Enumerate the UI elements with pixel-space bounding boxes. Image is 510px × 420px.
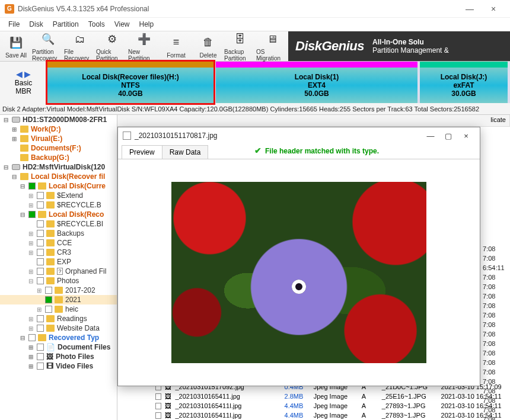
checkbox[interactable]	[37, 268, 44, 275]
expand-icon[interactable]: ⊟	[19, 183, 26, 190]
checkbox[interactable]	[28, 182, 36, 190]
expand-icon[interactable]: ⊞	[27, 268, 34, 275]
tb-file-recovery[interactable]: 🗂File Recovery	[64, 31, 96, 62]
tree-item[interactable]: ⊞$Extend	[0, 191, 117, 200]
file-row[interactable]: 🖼_20210310165411.jpg2.8MBJpeg ImageA_25E…	[153, 392, 510, 401]
tree-item[interactable]: ⊟Recovered Typ	[0, 333, 117, 342]
checkbox[interactable]	[28, 211, 36, 218]
expand-icon[interactable]: ⊞	[27, 325, 34, 332]
checkbox[interactable]	[37, 249, 44, 256]
file-row[interactable]: 🖼_20210310165411l.jpg4.4MBJpeg ImageA_27…	[153, 411, 510, 420]
checkbox[interactable]	[37, 230, 44, 237]
tree-item[interactable]: ⊞Backups	[0, 229, 117, 238]
tree-item[interactable]: ⊞heic	[0, 304, 117, 314]
tree-item[interactable]: ⊟Photos	[0, 276, 117, 286]
folder-tree[interactable]: ⊟HD1:ST2000DM008-2FR1⊞Work(D:)⊞Virual(E:…	[0, 115, 117, 420]
tab-raw-data[interactable]: Raw Data	[162, 145, 209, 159]
tree-item[interactable]: ⊞Website Data	[0, 323, 117, 333]
tree-item[interactable]: ⊞Work(D:)	[0, 124, 117, 134]
checkbox[interactable]	[37, 239, 44, 246]
menu-view[interactable]: View	[111, 19, 133, 30]
checkbox[interactable]	[37, 363, 44, 370]
checkbox[interactable]	[155, 403, 161, 409]
checkbox[interactable]	[37, 325, 44, 332]
expand-icon[interactable]: ⊞	[27, 240, 34, 246]
menu-tools[interactable]: Tools	[85, 19, 109, 30]
tb-partition-recovery[interactable]: 🔍Partition Recovery	[32, 31, 64, 62]
col-duplicate[interactable]: licate	[487, 115, 510, 126]
menu-partition[interactable]: Partition	[49, 19, 82, 30]
preview-close[interactable]: ×	[457, 132, 475, 140]
checkbox[interactable]	[155, 393, 161, 400]
expand-icon[interactable]: ⊞	[27, 202, 34, 209]
tree-item[interactable]: Backup(G:)	[0, 153, 117, 162]
tree-item[interactable]: ⊞$RECYCLE.B	[0, 200, 117, 210]
expand-icon[interactable]: ⊟	[19, 211, 26, 218]
tb-delete[interactable]: 🗑Delete	[192, 34, 224, 59]
expand-icon[interactable]: ⊞	[27, 249, 34, 256]
expand-icon[interactable]: ⊟	[19, 335, 26, 341]
tree-item[interactable]: $RECYCLE.BI	[0, 219, 117, 229]
preview-minimize[interactable]: —	[422, 132, 439, 140]
tree-item[interactable]: ⊟Local Disk(Curre	[0, 181, 117, 191]
window-close[interactable]: ×	[482, 4, 505, 14]
tree-item[interactable]: ⊞?Orphaned Fil	[0, 267, 117, 276]
partition-j[interactable]: Local Disk(J:) exFAT 30.0GB	[420, 62, 508, 103]
expand-icon[interactable]: ⊞	[27, 354, 34, 360]
tree-item[interactable]: ⊞🎞Video Files	[0, 361, 117, 371]
checkbox[interactable]	[155, 412, 161, 419]
expand-icon[interactable]: ⊞	[27, 316, 34, 322]
checkbox[interactable]	[37, 192, 44, 199]
preview-maximize[interactable]: ▢	[439, 132, 457, 140]
expand-icon[interactable]: ⊟	[2, 164, 9, 171]
menu-disk[interactable]: Disk	[26, 19, 46, 30]
checkbox[interactable]	[37, 344, 44, 351]
expand-icon[interactable]: ⊟	[2, 117, 9, 123]
expand-icon[interactable]: ⊞	[36, 287, 43, 294]
tree-item[interactable]: Documents(F:)	[0, 143, 117, 153]
tree-item[interactable]: ⊞CR3	[0, 248, 117, 257]
window-minimize[interactable]: —	[458, 4, 482, 14]
tree-item[interactable]: ⊟Local Disk(Recover fil	[0, 172, 117, 181]
tree-item[interactable]: ⊞Readings	[0, 314, 117, 323]
tb-save-all[interactable]: 💾Save All	[0, 34, 32, 59]
disk-nav-arrows[interactable]: ◀ ▶	[16, 69, 31, 79]
tb-os-migration[interactable]: 🖥OS Migration	[256, 31, 288, 62]
menu-file[interactable]: File	[5, 19, 23, 30]
tree-item[interactable]: ⊟HD2:MsftVirtualDisk(120	[0, 162, 117, 172]
tree-item[interactable]: ⊞CCE	[0, 238, 117, 248]
partition-1[interactable]: Local Disk(1) EXT4 50.0GB	[216, 62, 417, 103]
expand-icon[interactable]: ⊞	[27, 193, 34, 199]
expand-icon[interactable]: ⊞	[36, 306, 43, 313]
menu-help[interactable]: Help	[136, 19, 158, 30]
expand-icon[interactable]: ⊞	[27, 344, 34, 351]
expand-icon[interactable]: ⊞	[27, 363, 34, 370]
tb-backup-partition[interactable]: 🗄Backup Partition	[224, 31, 256, 62]
tb-quick-partition[interactable]: ⚙Quick Partition	[96, 31, 128, 62]
tree-item[interactable]: EXP	[0, 257, 117, 267]
expand-icon[interactable]: ⊞	[11, 126, 18, 133]
checkbox[interactable]	[37, 315, 44, 322]
expand-icon[interactable]: ⊟	[11, 174, 18, 180]
checkbox[interactable]	[37, 258, 44, 265]
preview-titlebar[interactable]: _20210310151170817.jpg — ▢ ×	[118, 127, 480, 144]
tree-item[interactable]: ⊟HD1:ST2000DM008-2FR1	[0, 115, 117, 124]
checkbox[interactable]	[45, 296, 52, 303]
checkbox[interactable]	[37, 353, 44, 360]
file-row[interactable]: 🖼_20210310165411l.jpg4.4MBJpeg ImageA_27…	[153, 401, 510, 411]
tree-item[interactable]: ⊞Virual(E:)	[0, 134, 117, 143]
partition-h[interactable]: Local Disk(Recover files)(H:) NTFS 40.0G…	[47, 62, 213, 103]
checkbox[interactable]	[37, 201, 44, 209]
checkbox[interactable]	[45, 306, 52, 313]
tree-item[interactable]: 2021	[0, 295, 117, 304]
checkbox[interactable]	[28, 334, 36, 341]
checkbox[interactable]	[37, 220, 44, 227]
tb-new-partition[interactable]: ➕New Partition	[128, 31, 160, 62]
tree-item[interactable]: ⊞📄Document Files	[0, 342, 117, 352]
tb-format[interactable]: ≡Format	[160, 34, 192, 59]
expand-icon[interactable]: ⊞	[11, 136, 18, 142]
checkbox[interactable]	[45, 287, 52, 294]
expand-icon[interactable]: ⊟	[27, 278, 34, 284]
expand-icon[interactable]: ⊞	[27, 230, 34, 237]
tree-item[interactable]: ⊞2017-202	[0, 286, 117, 295]
